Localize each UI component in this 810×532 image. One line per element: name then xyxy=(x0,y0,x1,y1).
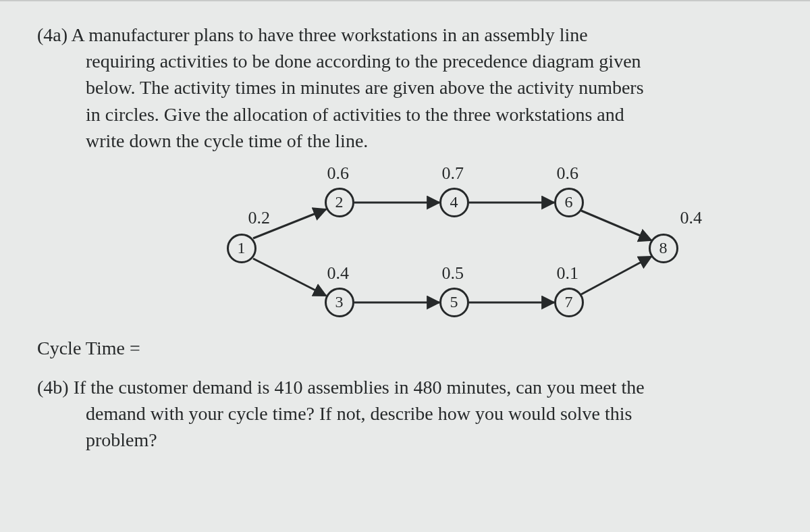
q4a-text-1: A manufacturer plans to have three works… xyxy=(72,24,588,45)
node-3: 3 xyxy=(325,288,354,317)
node-1: 1 xyxy=(227,234,256,263)
page-content: (4a) A manufacturer plans to have three … xyxy=(0,0,810,532)
node-2: 2 xyxy=(325,188,354,217)
diagram-edges xyxy=(103,161,711,329)
time-4: 0.7 xyxy=(442,163,464,184)
q4b-first-line: (4b) If the customer demand is 410 assem… xyxy=(37,374,776,400)
cycle-time-label: Cycle Time = xyxy=(37,338,776,359)
svg-line-1 xyxy=(253,259,326,296)
q4a-text-2: requiring activities to be done accordin… xyxy=(37,48,776,74)
q4a-text-5: write down the cycle time of the line. xyxy=(37,128,776,154)
node-5: 5 xyxy=(439,288,469,317)
q4a-text-4: in circles. Give the allocation of activ… xyxy=(37,101,776,128)
q4b-text-2: demand with your cycle time? If not, des… xyxy=(37,400,776,427)
q4a-first-line: (4a) A manufacturer plans to have three … xyxy=(37,22,776,48)
q4a-number: (4a) xyxy=(37,24,68,45)
node-4: 4 xyxy=(439,188,469,217)
time-6: 0.6 xyxy=(557,163,579,184)
node-7: 7 xyxy=(554,288,584,317)
svg-line-7 xyxy=(581,257,651,294)
node-6: 6 xyxy=(554,188,584,217)
question-4a: (4a) A manufacturer plans to have three … xyxy=(37,22,776,154)
time-1: 0.2 xyxy=(248,208,271,228)
q4b-number: (4b) xyxy=(37,377,69,398)
time-7: 0.1 xyxy=(557,263,579,284)
q4b-text-1: If the customer demand is 410 assemblies… xyxy=(74,377,645,398)
svg-line-6 xyxy=(581,211,651,240)
q4b-text-3: problem? xyxy=(37,427,776,453)
node-8: 8 xyxy=(649,234,678,263)
time-3: 0.4 xyxy=(327,263,350,284)
time-2: 0.6 xyxy=(327,163,350,184)
time-5: 0.5 xyxy=(442,263,464,284)
question-4b: (4b) If the customer demand is 410 assem… xyxy=(37,374,776,454)
precedence-diagram: 1 2 3 4 5 6 7 8 0.2 0.6 0.4 0.7 0.5 0.6 … xyxy=(103,161,711,329)
q4a-text-3: below. The activity times in minutes are… xyxy=(37,74,776,101)
time-8: 0.4 xyxy=(680,208,703,228)
